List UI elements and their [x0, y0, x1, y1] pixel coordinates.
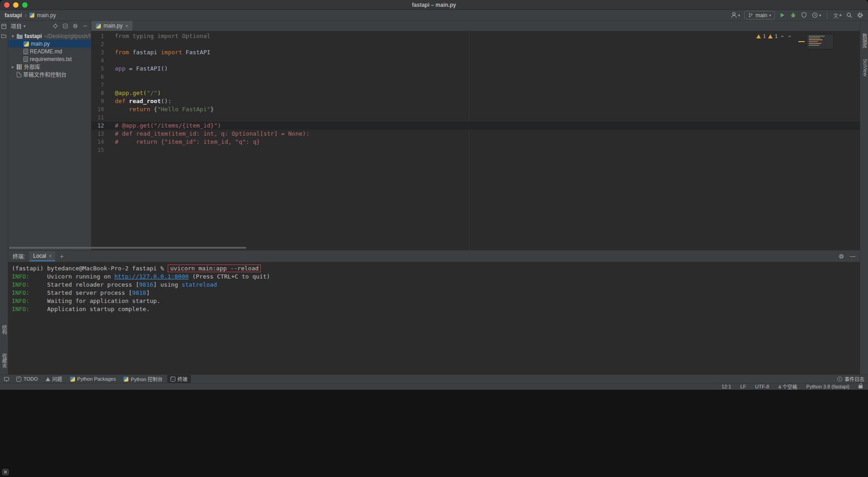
toolwindow-button-label: TODO [24, 376, 38, 382]
status-item[interactable]: 4 个空格 [778, 383, 797, 390]
zoom-window-button[interactable] [22, 2, 28, 8]
run-button[interactable] [779, 12, 786, 19]
event-log-icon [837, 377, 842, 382]
locate-icon[interactable] [52, 23, 58, 29]
chevron-expanded-icon[interactable]: ▾ [11, 34, 15, 38]
toolwindow-button[interactable]: Python Packages [67, 376, 119, 382]
tree-item[interactable]: ▸外部库 [8, 63, 91, 71]
debug-button[interactable] [790, 12, 797, 19]
code-lines: 1from typing import Optional23from fasta… [91, 31, 860, 154]
toolwindow-button[interactable]: TODO [13, 376, 41, 382]
tree-item[interactable]: ▾fastapi ~/Desktop/gitpush/fas [8, 32, 91, 40]
line-number: 12 [91, 122, 108, 130]
code-text [108, 113, 115, 122]
python-icon [24, 41, 29, 47]
code-line[interactable]: 1from typing import Optional [91, 32, 860, 40]
code-line[interactable]: 13# def read_item(item_id: int, q: Optio… [91, 130, 860, 138]
toolwindow-button-label: 问题 [52, 375, 62, 383]
terminal-output[interactable]: (fastapi) bytedance@MacBook-Pro-2 fastap… [8, 262, 860, 313]
chevron-separator-icon: › [25, 12, 27, 19]
favorites-stripe-button[interactable]: 收藏夹★ [0, 353, 8, 368]
code-line[interactable]: 2 [91, 40, 860, 48]
code-text: from fastapi import FastAPI [108, 48, 210, 57]
hide-panel-icon[interactable] [82, 23, 88, 29]
tree-item[interactable]: main.py [8, 40, 91, 47]
code-line[interactable]: 15 [91, 146, 860, 154]
structure-stripe-button[interactable]: 结构 [0, 325, 8, 335]
code-line[interactable]: 6 [91, 73, 860, 81]
code-line[interactable]: 10 return {"Hello FastApi"} [91, 105, 860, 113]
server-url-link[interactable]: http://127.0.0.1:8000 [114, 273, 189, 280]
python-icon [123, 377, 128, 382]
next-warning-icon[interactable] [787, 34, 792, 39]
status-item[interactable]: Python 3.8 (fastapi) [807, 384, 849, 389]
settings-button[interactable] [857, 12, 863, 19]
desktop-dock-icon[interactable] [2, 469, 9, 475]
search-everywhere-button[interactable] [846, 12, 853, 19]
run-with-coverage-button[interactable] [801, 12, 807, 19]
breadcrumb-file[interactable]: main.py [37, 12, 56, 19]
toolwindow-button[interactable]: 问题 [42, 375, 66, 383]
toolwindow-switcher-icon[interactable] [4, 376, 9, 382]
toolwindow-button[interactable]: Python 控制台 [120, 375, 165, 383]
project-panel-title[interactable]: 项目 [11, 22, 22, 30]
code-line[interactable]: 3from fastapi import FastAPI [91, 48, 860, 57]
database-stripe-button[interactable]: 数据库 [860, 33, 868, 48]
md-icon [24, 49, 28, 54]
code-text: # @app.get("/items/{item_id}") [108, 122, 221, 130]
tree-item[interactable]: 草稿文件和控制台 [8, 71, 91, 78]
translate-button[interactable]: 文A [833, 12, 842, 19]
prev-warning-icon[interactable] [780, 34, 785, 39]
git-branch-selector[interactable]: main ▾ [744, 11, 775, 19]
status-item[interactable]: 12:1 [722, 384, 731, 389]
close-icon[interactable]: × [125, 23, 128, 28]
project-panel-header: 项目 ▾ [8, 21, 91, 31]
line-number: 1 [91, 32, 108, 40]
lock-icon[interactable] [859, 385, 863, 388]
chevron-collapsed-icon[interactable]: ▸ [11, 65, 15, 69]
new-terminal-button[interactable]: + [60, 253, 63, 260]
close-icon[interactable]: × [49, 253, 52, 259]
breadcrumb-project[interactable]: fastapi [5, 12, 22, 19]
profiler-icon [811, 12, 818, 19]
code-line[interactable]: 11 [91, 113, 860, 122]
tree-item-label: main.py [31, 41, 50, 47]
event-log-button[interactable]: 事件日志 [837, 375, 864, 383]
code-line[interactable]: 12# @app.get("/items/{item_id}") [91, 122, 860, 130]
sciview-stripe-button[interactable]: SciView [860, 59, 868, 76]
line-number: 2 [91, 40, 108, 48]
line-number: 5 [91, 65, 108, 73]
code-line[interactable]: 9def read_root(): [91, 97, 860, 105]
horizontal-scrollbar[interactable] [9, 247, 246, 249]
profiler-button[interactable]: ▾ [811, 12, 821, 19]
code-line[interactable]: 4 [91, 57, 860, 65]
terminal-tab-local[interactable]: Local × [29, 251, 55, 261]
collapse-all-icon[interactable] [62, 23, 68, 29]
terminal-header: 终端: Local × + — [8, 250, 860, 262]
hide-terminal-icon[interactable]: — [850, 253, 855, 260]
toolbar-actions: ▾ main ▾ ▾ 文A [731, 11, 863, 19]
gear-icon[interactable] [72, 23, 78, 29]
terminal-line: INFO: Uvicorn running on http://127.0.0.… [12, 273, 860, 281]
editor[interactable]: 1from typing import Optional23from fasta… [91, 31, 860, 250]
code-line[interactable]: 14# return {"item_id": item_id, "q": q} [91, 138, 860, 146]
inspections-widget[interactable]: 1 1 [756, 33, 792, 39]
code-line[interactable]: 7 [91, 81, 860, 89]
status-item[interactable]: LF [740, 384, 746, 389]
tree-item-label: 草稿文件和控制台 [23, 71, 66, 78]
user-button[interactable]: ▾ [731, 12, 741, 19]
status-item[interactable]: UTF-8 [755, 384, 769, 389]
toolwindow-button[interactable]: 终端 [167, 375, 191, 383]
terminal-settings-icon[interactable] [838, 253, 844, 260]
code-line[interactable]: 8@app.get("/") [91, 89, 860, 97]
project-stripe-icon[interactable] [1, 24, 7, 29]
tree-item[interactable]: README.md [8, 47, 91, 55]
close-window-button[interactable] [4, 2, 9, 8]
code-line[interactable]: 5app = FastAPI() [91, 65, 860, 73]
tree-item-path-hint: ~/Desktop/gitpush/fas [44, 33, 91, 39]
status-bar: 12:1LFUTF-84 个空格Python 3.8 (fastapi) [0, 383, 868, 390]
tree-item[interactable]: requirementes.txt [8, 55, 91, 63]
minimize-window-button[interactable] [13, 2, 19, 8]
editor-tab-main-py[interactable]: main.py × [91, 21, 132, 31]
folder-stripe-icon[interactable] [1, 33, 7, 39]
